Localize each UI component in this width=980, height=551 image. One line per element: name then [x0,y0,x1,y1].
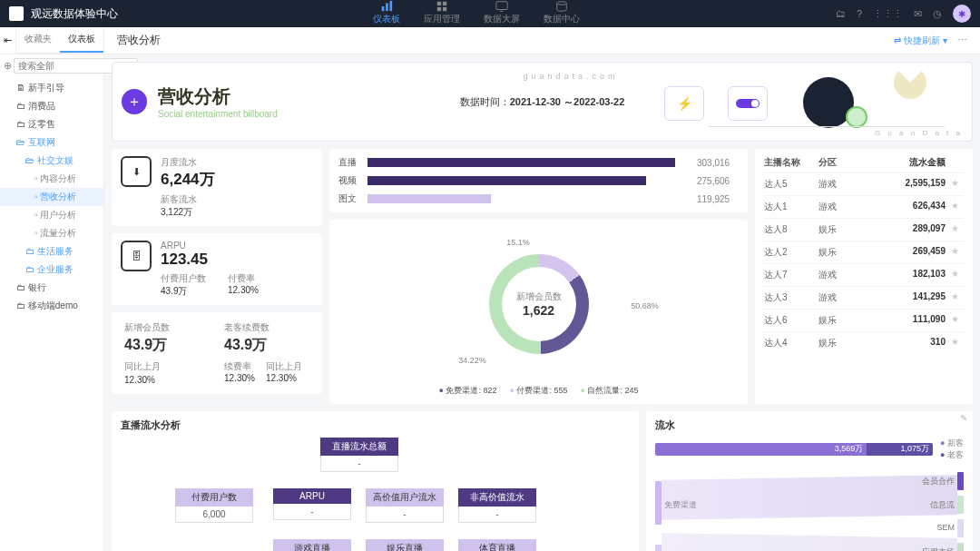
message-icon[interactable]: ✉ [914,8,922,20]
table-row[interactable]: 达人8娱乐289,097★ [764,218,964,241]
app-name: 观远数据体验中心 [31,6,118,22]
table-row[interactable]: 达人1游戏626,434★ [764,195,964,218]
table-row[interactable]: 达人5游戏2,595,159★ [764,172,964,195]
database-icon [555,0,568,13]
table-row[interactable]: 达人7游戏182,103★ [764,263,964,286]
help-icon[interactable]: ? [857,8,862,19]
metric-arpu: 🗄 ARPU 123.45 付费用户数43.9万 付费率12.30% [112,233,322,305]
table-row[interactable]: 达人3游戏141,295★ [764,286,964,309]
tree-item[interactable]: 🗁 社交文娱 [0,152,103,170]
table-row[interactable]: 达人4娱乐310★ [764,331,964,354]
page-title: 营收分析 [117,33,161,48]
domain-watermark: guandata.com [523,72,618,81]
banner-decoration: ⚡ G u a n D a t a [672,63,972,141]
date-range: 数据时间：2021-12-30 ～2022-03-22 [460,95,625,109]
tree-item[interactable]: ▫ 流量分析 [0,224,103,242]
screen-icon [495,0,508,13]
tree-item[interactable]: 🗀 移动端demo [0,297,103,315]
tree-item[interactable]: 🗀 泛零售 [0,115,103,133]
topnav-bigscreen[interactable]: 数据大屏 [473,0,531,29]
metric-monthly: ⬇ 月度流水 6,244万 新客流水 3,122万 [112,149,322,226]
sankey-chart: 流水 ✎ 3,569万1,075万 新客老客 免费渠道 付费渠道 自然流量 会员… [646,411,973,551]
svg-point-9 [557,2,567,5]
tree-item[interactable]: ▫ 内容分析 [0,170,103,188]
briefcase-icon: 🗄 [121,241,152,271]
svg-rect-6 [443,7,446,11]
grid-icon[interactable]: ⋮⋮⋮ [873,8,903,20]
download-icon: ⬇ [121,156,152,187]
topnav-dashboard[interactable]: 仪表板 [362,0,411,29]
svg-rect-4 [443,2,446,5]
tree-item[interactable]: 🗁 互联网 [0,133,103,152]
banner-title: 营收分析 [158,84,278,109]
chart-icon [380,0,393,13]
tab-boards[interactable]: 仪表板 [60,27,103,53]
tree-item[interactable]: 🗎 新手引导 [0,79,103,97]
svg-rect-7 [496,2,507,10]
top-nav: 仪表板 应用管理 数据大屏 数据中心 [362,0,591,29]
apps-icon [436,0,448,13]
ranking-table: 主播名称分区流水金额 达人5游戏2,595,159★ 达人1游戏626,434★… [755,149,973,404]
topnav-data[interactable]: 数据中心 [533,0,591,29]
table-row[interactable]: 达人6娱乐111,090★ [764,309,964,331]
flow-analysis: 直播流水分析 直播流水总额- 付费用户数6,000 ARPU- 高价值用户流水-… [112,411,639,551]
svg-rect-0 [382,6,385,11]
donut-chart: 新增会员数1,622 15.1% 50.68% 34.22% 免费渠道: 822… [329,220,748,404]
tree-item[interactable]: 🗀 银行 [0,279,103,297]
sidebar: ⇤ 收藏夹 仪表板 ⊕ ⇅ ⚙ 🗎 新手引导 🗀 消费品 🗀 泛零售 🗁 互联网… [0,27,104,551]
tree-item[interactable]: ▫ 用户分析 [0,206,103,224]
toggle-icon [728,86,768,121]
top-bar: 观远数据体验中心 仪表板 应用管理 数据大屏 数据中心 🗂 ? ⋮⋮⋮ ✉ ◷ … [0,0,980,27]
metric-members: 新增会员数 43.9万 同比上月 12.30% 老客续费数 43.9万 续费率1… [112,312,322,394]
sidebar-tree: 🗎 新手引导 🗀 消费品 🗀 泛零售 🗁 互联网 🗁 社交文娱 ▫ 内容分析 ▫… [0,77,103,551]
tree-item[interactable]: ▫ 营收分析 [0,188,103,206]
add-board-button[interactable]: ⊕ [4,60,12,73]
svg-rect-2 [390,1,393,11]
banner-subtitle: Social entertainment billboard [158,109,278,119]
donut-legend: 免费渠道: 822 付费渠道: 555 自然流量: 245 [338,385,739,397]
lightning-icon: ⚡ [664,86,704,121]
app-logo [9,6,24,21]
more-menu[interactable]: ⋯ [957,34,967,45]
edit-icon[interactable]: ✎ [960,413,967,423]
quick-refresh-button[interactable]: ⇄ 快捷刷新 ▾ [894,35,947,45]
tree-item[interactable]: 🗀 消费品 [0,97,103,115]
svg-rect-3 [437,2,441,5]
notify-icon[interactable]: ◷ [933,8,942,20]
svg-rect-5 [437,7,441,11]
svg-rect-1 [387,4,389,12]
topnav-apps[interactable]: 应用管理 [413,0,471,29]
tree-item[interactable]: 🗀 生活服务 [0,242,103,261]
tab-favorites[interactable]: 收藏夹 [16,27,60,53]
banner: ＋ 营收分析 Social entertainment billboard gu… [112,62,973,142]
collapse-sidebar-button[interactable]: ⇤ [0,27,16,54]
avatar[interactable]: ✱ [953,5,971,23]
hbar-chart: 直播303,016 视频275,606 图文119,925 [329,149,748,212]
plus-icon: ＋ [122,89,147,114]
tree-item[interactable]: 🗀 企业服务 [0,261,103,279]
table-row[interactable]: 达人2娱乐269,459★ [764,241,964,263]
briefcase-icon[interactable]: 🗂 [836,8,846,19]
